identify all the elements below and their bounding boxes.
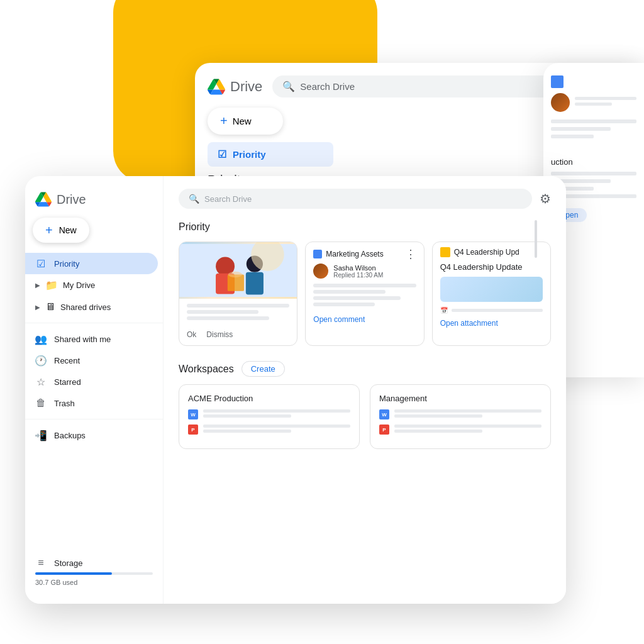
priority-card-q4: Q4 Leadership Upd Q4 Leadership Update 📅… bbox=[432, 242, 551, 346]
sidebar: Drive + New ☑ Priority ▶ 📁 My Drive ▶ 🖥 … bbox=[25, 176, 164, 604]
comment-line-2 bbox=[313, 290, 385, 294]
illus-line-3 bbox=[187, 316, 269, 320]
sidebar-item-shared-with-me[interactable]: 👥 Shared with me bbox=[25, 328, 158, 350]
storage-used-text: 30.7 GB used bbox=[35, 579, 153, 586]
q4-meta-line bbox=[452, 309, 543, 312]
workspace-acme-title: ACME Production bbox=[188, 394, 350, 403]
comment-line-3 bbox=[313, 296, 401, 300]
rdl-4 bbox=[551, 172, 636, 175]
new-label: New bbox=[59, 225, 77, 235]
file-lines-2 bbox=[203, 425, 350, 435]
filter-icon[interactable]: ⚙ bbox=[540, 191, 551, 206]
workspace-management-title: Management bbox=[379, 394, 541, 403]
comment-card-header: Marketing Assets ⋮ bbox=[306, 242, 423, 262]
shared-with-me-label: Shared with me bbox=[54, 335, 111, 344]
search-icon: 🔍 bbox=[189, 194, 199, 204]
file-icon-blue-1: W bbox=[188, 409, 198, 419]
file-icon-red-1: P bbox=[188, 425, 198, 435]
sidebar-item-backups[interactable]: 📲 Backups bbox=[25, 425, 158, 446]
sidebar-item-trash[interactable]: 🗑 Trash bbox=[25, 392, 158, 414]
recent-label: Recent bbox=[54, 356, 80, 365]
scrollbar[interactable] bbox=[535, 220, 537, 258]
fl-7 bbox=[394, 425, 541, 428]
priority-card-actions: Ok Dismiss bbox=[179, 328, 297, 345]
back-priority-tab[interactable]: ☑ Priority bbox=[208, 142, 333, 167]
sidebar-item-starred[interactable]: ☆ Starred bbox=[25, 371, 158, 392]
sidebar-item-recent[interactable]: 🕐 Recent bbox=[25, 350, 158, 371]
open-comment-button[interactable]: Open comment bbox=[313, 315, 365, 324]
comment-card-user: Sasha Wilson Replied 11:30 AM bbox=[306, 262, 423, 280]
top-bar: 🔍 Search Drive ⚙ bbox=[179, 189, 551, 209]
comment-line-1 bbox=[313, 284, 416, 287]
workspace-card-acme: ACME Production W P bbox=[179, 384, 360, 449]
recent-icon: 🕐 bbox=[35, 355, 47, 366]
file-lines-3 bbox=[394, 409, 541, 419]
workspace-acme-file-2: P bbox=[188, 425, 350, 435]
back-priority-label: Priority bbox=[233, 149, 266, 160]
comment-card-title-row: Marketing Assets bbox=[313, 250, 383, 258]
drive-logo-icon-main bbox=[35, 191, 52, 208]
back-plus-icon: + bbox=[220, 114, 228, 128]
backups-icon: 📲 bbox=[35, 430, 47, 441]
q4-meta: 📅 bbox=[433, 304, 550, 316]
sidebar-logo: Drive bbox=[25, 186, 163, 218]
sidebar-priority-label: Priority bbox=[54, 259, 79, 269]
comment-user-avatar bbox=[313, 264, 328, 279]
file-lines-4 bbox=[394, 425, 541, 435]
q4-thumbnail bbox=[440, 277, 543, 302]
q4-title: Q4 Leadership Upd bbox=[454, 248, 519, 257]
back-new-button[interactable]: + New bbox=[208, 108, 283, 135]
back-priority-check-icon: ☑ bbox=[218, 148, 226, 160]
comment-user-name: Sasha Wilson bbox=[333, 264, 383, 272]
main-tablet: Drive + New ☑ Priority ▶ 📁 My Drive ▶ 🖥 … bbox=[25, 176, 566, 604]
svg-rect-11 bbox=[246, 272, 264, 295]
starred-icon: ☆ bbox=[35, 376, 47, 387]
fl-2 bbox=[203, 414, 291, 418]
trash-label: Trash bbox=[54, 399, 75, 408]
right-panel-doc-icon-row bbox=[551, 75, 636, 88]
file-icon-red-2: P bbox=[379, 425, 389, 435]
comment-card-title: Marketing Assets bbox=[326, 250, 383, 258]
q4-card-actions: Open attachment bbox=[433, 316, 550, 334]
starred-label: Starred bbox=[54, 377, 81, 387]
open-attachment-button[interactable]: Open attachment bbox=[440, 319, 498, 328]
sidebar-item-shared-drives[interactable]: ▶ 🖥 Shared drives bbox=[25, 296, 158, 318]
storage-bar bbox=[35, 572, 153, 575]
fl-3 bbox=[203, 425, 350, 428]
new-button[interactable]: + New bbox=[33, 218, 89, 243]
search-placeholder: Search Drive bbox=[204, 194, 252, 204]
q4-card-header: Q4 Leadership Upd bbox=[433, 242, 550, 260]
shared-drives-icon: 🖥 bbox=[45, 301, 55, 313]
back-drive-name: Drive bbox=[230, 79, 262, 95]
dismiss-button[interactable]: Dismiss bbox=[206, 330, 233, 339]
sidebar-item-my-drive[interactable]: ▶ 📁 My Drive bbox=[25, 274, 158, 296]
priority-icon: ☑ bbox=[35, 258, 47, 269]
my-drive-expand-arrow: ▶ bbox=[35, 282, 40, 289]
priority-card-illustration-img bbox=[179, 242, 297, 299]
fl-8 bbox=[394, 430, 482, 433]
comment-user-reply: Replied 11:30 AM bbox=[333, 272, 383, 279]
right-doc-icon bbox=[551, 75, 564, 88]
back-new-label: New bbox=[233, 116, 252, 126]
sidebar-item-storage[interactable]: ≡ Storage bbox=[35, 557, 148, 569]
shared-drives-label: Shared drives bbox=[60, 303, 111, 312]
create-button[interactable]: Create bbox=[242, 361, 285, 377]
ok-button[interactable]: Ok bbox=[187, 330, 196, 339]
file-icon-blue-2: W bbox=[379, 409, 389, 419]
sidebar-item-priority[interactable]: ☑ Priority bbox=[25, 253, 158, 274]
q4-content: Q4 Leadership Update bbox=[433, 260, 550, 274]
doc-icon bbox=[313, 250, 322, 258]
storage-label: Storage bbox=[54, 558, 83, 568]
workspaces-header: Workspaces Create bbox=[179, 361, 551, 377]
back-drive-logo: Drive bbox=[208, 78, 262, 96]
search-bar[interactable]: 🔍 Search Drive bbox=[179, 189, 532, 209]
drive-logo-icon-back bbox=[208, 78, 225, 96]
fl-1 bbox=[203, 409, 350, 413]
comment-card-actions: Open comment bbox=[306, 313, 423, 330]
priority-card-illustration: Ok Dismiss bbox=[179, 242, 297, 346]
my-drive-icon: 📁 bbox=[45, 279, 58, 291]
right-panel-user-lines bbox=[575, 97, 636, 108]
right-panel-user-avatar bbox=[551, 93, 570, 112]
comment-card-more-icon[interactable]: ⋮ bbox=[405, 248, 416, 260]
illus-line-1 bbox=[187, 304, 289, 308]
